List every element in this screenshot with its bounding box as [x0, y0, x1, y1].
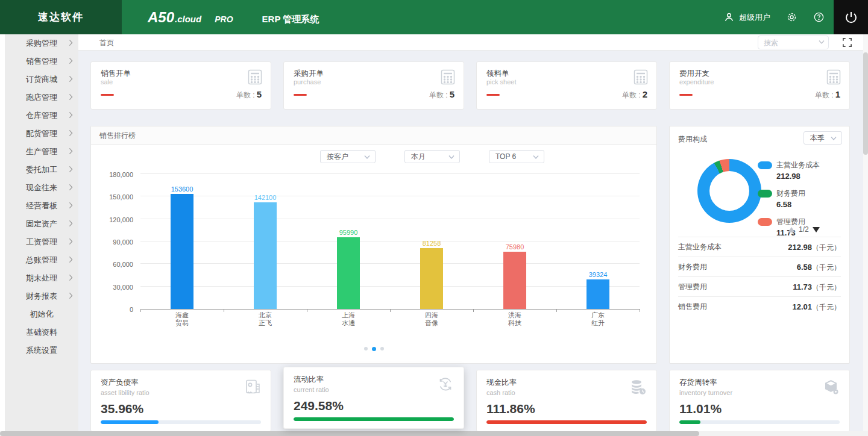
sidebar-menu-item[interactable]: 初始化: [5, 305, 78, 323]
sales-ranking-panel: 销售排行榜 按客户 本月: [90, 126, 657, 364]
y-axis-tick-label: 90,000: [93, 238, 133, 246]
vertical-scrollbar[interactable]: [863, 34, 868, 431]
horizontal-scrollbar-thumb[interactable]: [0, 431, 699, 436]
summary-card[interactable]: 领料单 pick sheet 单数 :2: [476, 61, 657, 110]
chevron-right-icon: [69, 129, 73, 137]
inventory-cube-icon: [823, 379, 840, 396]
breadcrumb-home[interactable]: 首页: [99, 38, 114, 48]
progress-track: [679, 420, 840, 424]
ratio-card: 存货周转率 inventory turnover 11.01%: [669, 370, 850, 432]
chevron-down-icon: [364, 155, 370, 160]
count-label: 单数 :: [815, 91, 834, 99]
sidebar-menu-item[interactable]: 采购管理: [5, 34, 78, 52]
sidebar-menu-item[interactable]: 现金往来: [5, 179, 78, 197]
expense-row-value: 11.73（千元）: [793, 277, 841, 296]
summary-card-subtitle: sale: [101, 78, 113, 86]
topbar: 首页: [78, 34, 863, 51]
summary-card[interactable]: 费用开支 expenditure 单数 :1: [669, 61, 850, 110]
accent-dash: [294, 94, 307, 96]
y-axis: 030,00060,00090,000120,000150,000180,000: [93, 175, 137, 310]
accent-dash: [101, 94, 114, 96]
summary-card[interactable]: 销售开单 sale 单数 :5: [90, 61, 271, 110]
count-value: 2: [643, 89, 647, 99]
bar-column: 81258: [390, 240, 473, 309]
sidebar-menu-item[interactable]: 基础资料: [5, 323, 78, 341]
ratio-card-subtitle: inventory turnover: [679, 389, 840, 396]
logout-power-button[interactable]: [834, 0, 868, 34]
app-header: 速达软件 A50 .cloud PRO ERP 管理系统 超级用户: [0, 0, 868, 34]
filter-dropdown[interactable]: TOP 6: [489, 150, 544, 163]
chevron-right-icon: [69, 256, 73, 263]
chevron-right-icon: [69, 93, 73, 101]
sidebar-item-label: 初始化: [30, 310, 54, 319]
filter-dropdown[interactable]: 按客户: [320, 150, 376, 163]
expense-list: 主营业务成本 212.98（千元） 财务费用 6.58（千元） 管理费用 11.…: [678, 237, 841, 317]
sidebar-menu-item[interactable]: 期末处理: [5, 269, 78, 287]
vertical-scrollbar-thumb[interactable]: [863, 52, 868, 155]
sidebar-menu-item[interactable]: 系统设置: [5, 341, 78, 360]
summary-card[interactable]: 采购开单 purchase 单数 :5: [283, 61, 464, 110]
chevron-right-icon: [69, 238, 73, 245]
sidebar-menu-item[interactable]: 配货管理: [5, 125, 78, 143]
count-value: 5: [450, 89, 454, 99]
summary-card-subtitle: expenditure: [679, 78, 714, 86]
pager-up-icon[interactable]: [788, 227, 795, 232]
chart-filters: 按客户 本月 TOP 6: [320, 150, 544, 163]
calculator-icon: [248, 69, 262, 85]
sidebar-menu-item[interactable]: 跑店管理: [5, 89, 78, 107]
bar-value-label: 39324: [589, 271, 608, 278]
report-icon: [244, 379, 261, 396]
x-axis-tick: [640, 309, 640, 312]
sidebar-menu-item[interactable]: 销售管理: [5, 52, 78, 70]
bar-column: 142100: [224, 194, 307, 309]
help-icon[interactable]: [813, 11, 825, 23]
chevron-right-icon: [69, 184, 73, 191]
legend-item[interactable]: 主营业务成本 212.98: [758, 160, 820, 181]
carousel-dot[interactable]: [364, 347, 368, 350]
filter-value: 本月: [411, 152, 426, 161]
carousel-dot[interactable]: [372, 347, 376, 351]
calculator-icon: [441, 69, 455, 85]
ratio-card: 现金比率 cash ratio 111.86%: [476, 370, 657, 432]
brand-logo[interactable]: 速达软件: [0, 0, 122, 34]
sidebar-menu-item[interactable]: 委托加工: [5, 161, 78, 179]
y-axis-tick-label: 180,000: [93, 171, 133, 178]
carousel-dot[interactable]: [380, 347, 384, 350]
summary-cards-row: 销售开单 sale 单数 :5 采购开单 purchase: [90, 61, 850, 110]
chevron-right-icon: [69, 220, 73, 227]
sidebar-menu-item[interactable]: 仓库管理: [5, 107, 78, 125]
chevron-right-icon: [69, 202, 73, 209]
ratio-card-subtitle: cash ratio: [486, 389, 647, 396]
sidebar-item-label: 经营看板: [26, 201, 57, 210]
x-axis-label: 上海 水通: [307, 311, 390, 327]
pager-down-icon[interactable]: [813, 227, 820, 232]
horizontal-scrollbar[interactable]: [0, 431, 868, 436]
expense-row-label: 销售费用: [678, 297, 707, 317]
user-menu[interactable]: 超级用户: [723, 11, 770, 23]
filter-value: 按客户: [327, 152, 348, 161]
expense-row-label: 主营业务成本: [678, 237, 722, 257]
period-dropdown[interactable]: 本季: [804, 131, 842, 145]
chevron-right-icon: [69, 148, 73, 155]
settings-gear-icon[interactable]: [786, 11, 797, 23]
product-suffix: .cloud: [175, 14, 201, 24]
sidebar-menu-item[interactable]: 生产管理: [5, 143, 78, 161]
sidebar-menu-item[interactable]: 订货商城: [5, 70, 78, 89]
sidebar-menu-item[interactable]: 经营看板: [5, 197, 78, 215]
sidebar-item-label: 采购管理: [26, 39, 57, 48]
summary-card-title: 采购开单: [294, 69, 324, 79]
sidebar-menu-item[interactable]: 总账管理: [5, 251, 78, 269]
sidebar-menu-item[interactable]: 工资管理: [5, 233, 78, 251]
legend-item[interactable]: 财务费用 6.58: [758, 188, 820, 209]
sidebar-menu-item[interactable]: 财务报表: [5, 287, 78, 305]
bar: [171, 194, 193, 309]
y-axis-tick-label: 30,000: [93, 284, 133, 291]
sidebar-menu-item[interactable]: 固定资产: [5, 215, 78, 233]
filter-dropdown[interactable]: 本月: [404, 150, 460, 163]
pager-label: 1/2: [799, 225, 809, 234]
fullscreen-icon[interactable]: [842, 37, 852, 48]
search-input[interactable]: [758, 36, 829, 49]
expense-value-unit: （千元）: [812, 263, 841, 272]
expense-composition-panel: 费用构成 本季 主营业务成本 212.98: [669, 126, 850, 364]
product-badge: PRO: [215, 14, 233, 24]
